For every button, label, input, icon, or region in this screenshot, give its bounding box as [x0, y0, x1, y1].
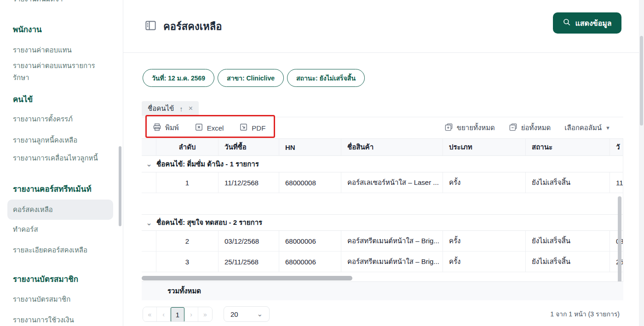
table-row[interactable]: 2 03/12/2568 68000006 คอร์สทรีตเมนต์หน้า… — [142, 231, 623, 252]
row-expander-cell — [142, 231, 156, 251]
first-page-button[interactable]: « — [143, 307, 157, 322]
collapse-all-icon — [509, 123, 518, 133]
show-data-button-label: แสดงข้อมูล — [575, 17, 611, 29]
sidebar-heading-employees: พนักงาน — [13, 23, 42, 35]
export-excel-button[interactable]: Excel — [195, 122, 224, 133]
cell-type: ครั้ง — [443, 231, 526, 251]
sidebar-item-member-card-report[interactable]: รายงานบัตรสมาชิก — [13, 294, 70, 305]
expand-all-icon — [444, 123, 453, 133]
header-status[interactable]: สถานะ — [526, 139, 610, 155]
cell-seq: 3 — [156, 252, 218, 272]
grid-toolbar: พิมพ์ Excel — [142, 117, 623, 139]
sidebar-heading-patients: คนไข้ — [13, 93, 33, 105]
cell-product: คอร์สเลเซอร์หน้าใส – Laser ... — [341, 172, 443, 193]
print-button-label: พิมพ์ — [165, 122, 179, 133]
next-page-button[interactable]: › — [184, 307, 198, 322]
cell-hn: 68000008 — [279, 172, 341, 193]
group-row-patient-1[interactable]: ⌄ ชื่อคนไข้: ติ่มซั่ม ต้านิง - 1 รายการ — [142, 156, 623, 172]
sidebar-item-do-course[interactable]: ทำคอร์ส — [13, 224, 38, 235]
table-row[interactable]: 3 25/11/2568 68000006 คอร์สทรีตเมนต์หน้า… — [142, 252, 623, 272]
pagination: « ‹ 1 › » 20 ⌄ — [143, 306, 270, 322]
cell-product: คอร์สทรีตเมนต์หน้าใส – Brig... — [341, 252, 443, 272]
cell-hn: 68000006 — [279, 231, 341, 251]
group-panel: ชื่อคนไข้ ↑ × — [142, 101, 623, 117]
cell-purchase-date: 11/12/2568 — [218, 172, 279, 193]
sidebar-item-remaining-courses-active[interactable]: คอร์สคงเหลือ — [7, 200, 113, 220]
export-pdf-button[interactable]: PDF — [239, 122, 265, 133]
expand-all-button[interactable]: ขยายทั้งหมด — [444, 122, 495, 133]
excel-button-label: Excel — [207, 124, 224, 132]
table-vertical-scrollbar[interactable] — [618, 196, 621, 281]
cell-clipped: 11 — [610, 172, 623, 193]
header-expander — [142, 139, 156, 155]
header-clipped-column[interactable]: วั — [610, 139, 623, 155]
header-hn[interactable]: HN — [279, 139, 341, 155]
printer-icon — [153, 123, 161, 133]
data-grid: ชื่อคนไข้ ↑ × พิมพ์ — [142, 101, 623, 300]
row-expander-cell — [142, 172, 156, 193]
filter-chip-date[interactable]: วันที่: 12 ม.ค. 2569 — [143, 69, 214, 87]
choose-columns-button[interactable]: เลือกคอลัมน์ ▼ — [564, 122, 610, 133]
cell-seq: 2 — [156, 231, 218, 251]
sidebar-item-debtor-movement-report[interactable]: รายงานการเคลื่อนไหวลูกหนี้ — [13, 153, 98, 164]
summary-total-label: รวมทั้งหมด — [142, 286, 201, 297]
excel-icon — [195, 123, 203, 133]
group-tag-label: ชื่อคนไข้ — [148, 103, 174, 114]
chevron-down-icon[interactable]: ⌄ — [142, 160, 156, 168]
sidebar-scrollbar[interactable] — [119, 146, 121, 226]
sort-ascending-icon[interactable]: ↑ — [179, 105, 183, 113]
group-label: ชื่อคนไข้: สุขใจ ทดสอบ - 2 รายการ — [156, 217, 262, 228]
last-page-button[interactable]: » — [198, 307, 212, 322]
sidebar-item-credit-usage-report[interactable]: รายงานการใช้วงเงิน — [13, 315, 74, 326]
sidebar: รายงานคืนมัดจำ พนักงาน รายงานค่าตอบแทน ร… — [0, 0, 123, 326]
pdf-button-label: PDF — [252, 124, 265, 132]
remove-group-icon[interactable]: × — [189, 104, 193, 113]
sidebar-heading-member-card-reports: รายงานบัตรสมาชิก — [13, 273, 78, 285]
page-size-select[interactable]: 20 ⌄ — [224, 306, 270, 322]
sidebar-item-remaining-course-details[interactable]: รายละเอียดคอร์สคงเหลือ — [13, 245, 87, 256]
print-button[interactable]: พิมพ์ — [153, 122, 179, 133]
row-expander-cell — [142, 252, 156, 272]
expand-all-label: ขยายทั้งหมด — [457, 122, 495, 133]
summary-row: รวมทั้งหมด — [142, 281, 623, 300]
sidebar-item-debtor-balance-report[interactable]: รายงานลูกหนี้คงเหลือ — [13, 135, 77, 146]
page-info-text: 1 จาก 1 หน้า (3 รายการ) — [550, 309, 620, 319]
collapse-all-label: ย่อทั้งหมด — [521, 122, 551, 133]
sidebar-item-treatment-compensation-report[interactable]: รายงานค่าตอบแทนรายการรักษา — [13, 60, 109, 84]
cell-status: ยังไม่เสร็จสิ้น — [526, 252, 610, 272]
cell-status: ยังไม่เสร็จสิ้น — [526, 172, 610, 193]
table-header-row: ลำดับ วันที่ซื้อ HN ชื่อสินค้า ประเภท สถ… — [142, 139, 623, 156]
header-product-name[interactable]: ชื่อสินค้า — [341, 139, 443, 155]
cell-seq: 1 — [156, 172, 218, 193]
group-row-patient-2[interactable]: ⌄ ชื่อคนไข้: สุขใจ ทดสอบ - 2 รายการ — [142, 214, 623, 231]
cell-product: คอร์สทรีตเมนต์หน้าใส – Brig... — [341, 231, 443, 251]
chevron-down-icon[interactable]: ⌄ — [142, 218, 156, 227]
show-data-button[interactable]: แสดงข้อมูล — [553, 12, 621, 34]
cell-status: ยังไม่เสร็จสิ้น — [526, 231, 610, 251]
choose-columns-label: เลือกคอลัมน์ — [564, 122, 602, 133]
cell-purchase-date: 03/12/2568 — [218, 231, 279, 251]
table-horizontal-scrollbar-track — [142, 275, 623, 281]
cell-hn: 68000006 — [279, 252, 341, 272]
page-title: คอร์สคงเหลือ — [163, 18, 222, 34]
group-by-patient-tag[interactable]: ชื่อคนไข้ ↑ × — [142, 101, 199, 116]
table-row[interactable]: 1 11/12/2568 68000008 คอร์สเลเซอร์หน้าใส… — [142, 172, 623, 193]
header-seq[interactable]: ลำดับ — [156, 139, 218, 155]
filter-chip-branch[interactable]: สาขา: Cliniclive — [218, 69, 284, 87]
page-size-value: 20 — [230, 310, 238, 318]
page-1-button[interactable]: 1 — [171, 307, 184, 322]
header-type[interactable]: ประเภท — [443, 139, 526, 155]
pdf-icon — [239, 123, 248, 133]
header-purchase-date[interactable]: วันที่ซื้อ — [218, 139, 279, 155]
sidebar-heading-course-treatment-reports: รายงานคอร์สทรีทเม้นท์ — [13, 183, 92, 195]
table-horizontal-scrollbar[interactable] — [142, 276, 352, 280]
window-scrollbar[interactable] — [640, 36, 643, 126]
search-icon — [563, 18, 571, 28]
sidebar-item-pregnancy-report[interactable]: รายงานการตั้งครรภ์ — [13, 114, 73, 125]
collapse-all-button[interactable]: ย่อทั้งหมด — [509, 122, 551, 133]
prev-page-button[interactable]: ‹ — [157, 307, 171, 322]
filter-chip-status[interactable]: สถานะ: ยังไม่เสร็จสิ้น — [287, 69, 365, 87]
sidebar-item-compensation-report[interactable]: รายงานค่าตอบแทน — [13, 45, 72, 56]
cell-type: ครั้ง — [443, 172, 526, 193]
sidebar-item-deposit-refund-clipped[interactable]: รายงานคืนมัดจำ — [13, 0, 63, 5]
